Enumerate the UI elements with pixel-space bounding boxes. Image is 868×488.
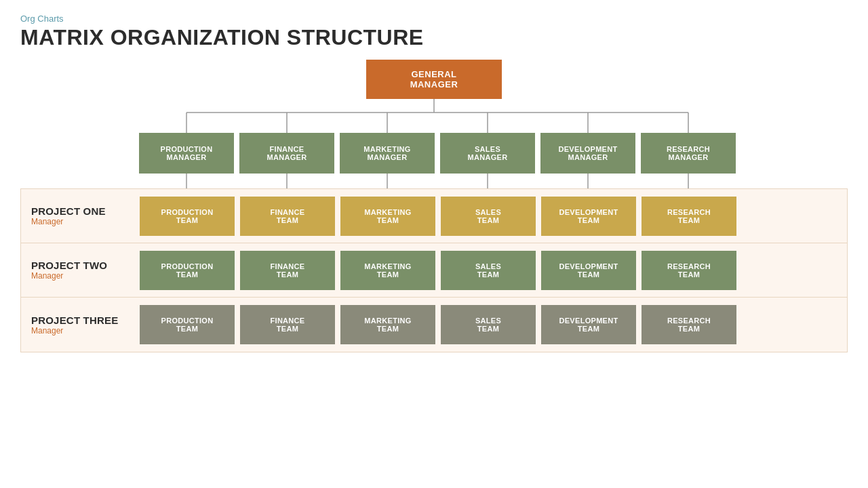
project-one-label: PROJECT ONE Manager [21, 189, 140, 243]
mid-connectors-svg [20, 174, 848, 188]
p1-marketing-team: MARKETINGTEAM [340, 197, 435, 236]
manager-box-production: PRODUCTIONMANAGER [139, 133, 234, 174]
p2-marketing-team: MARKETINGTEAM [340, 251, 435, 290]
p2-sales-team: SALESTEAM [441, 251, 536, 290]
p2-development-team: DEVELOPMENTTEAM [541, 251, 636, 290]
manager-box-research: RESEARCHMANAGER [641, 133, 736, 174]
gm-box: GENERAL MANAGER [366, 60, 502, 99]
gm-label: GENERAL MANAGER [387, 69, 481, 89]
p3-development-team: DEVELOPMENTTEAM [541, 305, 636, 344]
project-three-row: PROJECT THREE Manager PRODUCTIONTEAM FIN… [21, 298, 847, 352]
p1-production-team: PRODUCTIONTEAM [140, 197, 235, 236]
project-three-teams: PRODUCTIONTEAM FINANCETEAM MARKETINGTEAM… [140, 298, 847, 352]
project-three-label: PROJECT THREE Manager [21, 298, 140, 352]
project-one-row: PROJECT ONE Manager PRODUCTIONTEAM FINAN… [21, 189, 847, 243]
p3-finance-team: FINANCETEAM [240, 305, 335, 344]
page-title: MATRIX ORGANIZATION STRUCTURE [20, 25, 848, 50]
project-three-manager: Manager [31, 326, 63, 336]
project-two-manager: Manager [31, 271, 63, 281]
org-chart: GENERAL MANAGER [20, 60, 848, 352]
p3-sales-team: SALESTEAM [441, 305, 536, 344]
top-section: GENERAL MANAGER [20, 60, 848, 133]
p2-production-team: PRODUCTIONTEAM [140, 251, 235, 290]
chart-area: GENERAL MANAGER [20, 60, 848, 474]
project-two-teams: PRODUCTIONTEAM FINANCETEAM MARKETINGTEAM… [140, 243, 847, 297]
manager-box-development: DEVELOPMENTMANAGER [540, 133, 635, 174]
project-one-manager: Manager [31, 217, 63, 226]
project-two-name: PROJECT TWO [31, 260, 107, 271]
projects-section: PROJECT ONE Manager PRODUCTIONTEAM FINAN… [20, 188, 848, 352]
top-connectors-svg [20, 99, 848, 133]
p3-production-team: PRODUCTIONTEAM [140, 305, 235, 344]
project-two-row: PROJECT TWO Manager PRODUCTIONTEAM FINAN… [21, 243, 847, 298]
p1-development-team: DEVELOPMENTTEAM [541, 197, 636, 236]
manager-box-marketing: MARKETINGMANAGER [340, 133, 435, 174]
p1-sales-team: SALESTEAM [441, 197, 536, 236]
project-one-teams: PRODUCTIONTEAM FINANCETEAM MARKETINGTEAM… [140, 189, 847, 243]
p2-finance-team: FINANCETEAM [240, 251, 335, 290]
subtitle: Org Charts [20, 14, 848, 24]
manager-box-sales: SALESMANAGER [440, 133, 535, 174]
p3-research-team: RESEARCHTEAM [642, 305, 736, 344]
manager-box-finance: FINANCEMANAGER [239, 133, 334, 174]
managers-row: PRODUCTIONMANAGER FINANCEMANAGER MARKETI… [139, 133, 848, 174]
project-one-name: PROJECT ONE [31, 205, 106, 217]
p2-research-team: RESEARCHTEAM [642, 251, 736, 290]
p3-marketing-team: MARKETINGTEAM [340, 305, 435, 344]
p1-finance-team: FINANCETEAM [240, 197, 335, 236]
project-two-label: PROJECT TWO Manager [21, 243, 140, 297]
p1-research-team: RESEARCHTEAM [642, 197, 736, 236]
project-three-name: PROJECT THREE [31, 314, 118, 326]
page: Org Charts MATRIX ORGANIZATION STRUCTURE… [0, 0, 868, 488]
